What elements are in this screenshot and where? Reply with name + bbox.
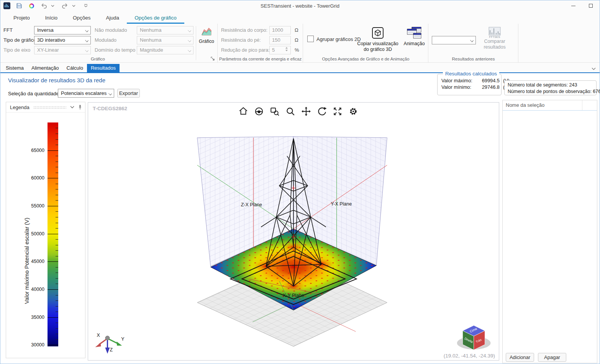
group-label-avancadas: Opções Avançadas de Gráfico e de Animaçã… bbox=[303, 57, 428, 61]
pan-button[interactable] bbox=[300, 106, 312, 117]
results-page: Visualizador de resultados 3D da rede Se… bbox=[0, 73, 600, 364]
nao-modulado-label: Não modulado bbox=[95, 26, 127, 34]
redo-icon[interactable] bbox=[61, 2, 69, 10]
ribbon-tab-ajuda[interactable]: Ajuda bbox=[98, 13, 127, 24]
checkbox-icon bbox=[307, 36, 314, 42]
legend-minor-tick bbox=[56, 167, 58, 167]
total-segments: Número total de segmentos: 243 bbox=[508, 82, 593, 88]
total-observation-points: Número total de pontos de observação: 67… bbox=[508, 88, 593, 95]
tabs-overflow-chevron-icon[interactable] bbox=[592, 67, 596, 70]
ribbon-group-avancadas: Agrupar gráficos 2D Copiar visualização … bbox=[303, 24, 428, 62]
rotate-button[interactable] bbox=[316, 106, 328, 117]
tab-calculo[interactable]: Cálculo bbox=[63, 64, 87, 72]
export-button[interactable]: Exportar bbox=[117, 89, 140, 98]
max-value: 69994.5 bbox=[478, 77, 500, 84]
model-watermark: T-CDEGS2862 bbox=[93, 106, 127, 111]
legend-minor-tick bbox=[56, 267, 58, 268]
zoom-window-button[interactable] bbox=[269, 106, 280, 117]
min-label: Valor mínimo: bbox=[441, 84, 478, 90]
quantity-select[interactable]: Potenciais escalares bbox=[58, 89, 114, 98]
tipo-grafico-label: Tipo de gráfico bbox=[3, 36, 36, 44]
app-logo-icon[interactable] bbox=[3, 2, 11, 10]
calculated-results-title: Resultados calculados bbox=[443, 71, 499, 77]
viewer-toolbar bbox=[238, 106, 359, 117]
undo-icon[interactable] bbox=[39, 2, 48, 10]
resultados-anteriores-select[interactable] bbox=[432, 36, 476, 44]
settings-button[interactable] bbox=[348, 106, 359, 117]
legend-minor-tick bbox=[56, 273, 58, 273]
triad-y-label: Y bbox=[121, 336, 125, 342]
ribbon-tab-opcoes-de-grafico[interactable]: Opções de gráfico bbox=[127, 13, 184, 24]
fft-select[interactable]: Inversa bbox=[34, 26, 91, 34]
adicionar-button[interactable]: Adicionar bbox=[506, 353, 534, 362]
legend-colorbar: 3000035000400004500050000550006000065000 bbox=[48, 122, 58, 346]
legend-minor-tick bbox=[56, 195, 58, 195]
color-wheel-icon[interactable] bbox=[27, 2, 36, 10]
collapse-ribbon-icon[interactable] bbox=[82, 2, 90, 10]
resistencia-pe-unit: Ω bbox=[295, 36, 298, 44]
plane-label-zx: Z-X Plane bbox=[241, 202, 262, 207]
modulado-label: Modulado bbox=[95, 36, 116, 44]
resistencia-corpo-unit: Ω bbox=[295, 26, 298, 34]
legend-pin-icon[interactable] bbox=[78, 105, 82, 110]
ribbon-group-anteriores: FFTSES Comparar resultados Resultados an… bbox=[429, 24, 518, 62]
legend-minor-tick bbox=[56, 340, 58, 340]
legend-major-tick bbox=[48, 289, 58, 290]
legend-major-tick bbox=[48, 261, 58, 262]
fftses-caption: FFTSES bbox=[489, 35, 500, 38]
apagar-button[interactable]: Apagar bbox=[538, 353, 566, 362]
legend-tick-label: 65000 bbox=[22, 148, 44, 153]
quick-access-toolbar bbox=[0, 2, 90, 10]
quantity-label: Seleção da quantidade: bbox=[8, 89, 61, 98]
agrupar-graficos-checkbox[interactable]: Agrupar gráficos 2D bbox=[307, 35, 361, 44]
tab-resultados[interactable]: Resultados bbox=[87, 64, 120, 72]
undo-dropdown-icon[interactable] bbox=[48, 2, 57, 10]
ribbon-tab-bar: Projeto Início Opções Ajuda Opções de gr… bbox=[0, 11, 600, 24]
ribbon-tab-projeto[interactable]: Projeto bbox=[6, 13, 38, 24]
save-icon[interactable] bbox=[15, 2, 23, 10]
maximize-button[interactable] bbox=[582, 0, 600, 11]
resistencia-pe-input: 150 bbox=[269, 36, 291, 44]
tab-sistema[interactable]: Sistema bbox=[2, 64, 28, 72]
fftses-icon: FFTSES bbox=[488, 27, 502, 38]
legend-major-tick bbox=[48, 317, 58, 318]
copiar-visualizacao-label: Copiar visualização do gráfico 3D bbox=[355, 41, 401, 52]
legend-collapse-chevron-icon[interactable] bbox=[70, 106, 74, 109]
selection-extra-column-header bbox=[582, 100, 597, 110]
legend-tick-label: 55000 bbox=[22, 203, 44, 209]
legend-minor-tick bbox=[56, 223, 58, 223]
chevron-down-icon bbox=[470, 39, 474, 42]
view-eye-button[interactable] bbox=[253, 106, 265, 117]
ribbon-tab-opcoes[interactable]: Opções bbox=[65, 13, 98, 24]
viewer-3d[interactable]: Z-X Plane Y-X Plane bbox=[88, 102, 499, 361]
min-value-row: Valor mínimo: 29746.8 (V) bbox=[438, 84, 501, 90]
ribbon-tab-inicio[interactable]: Início bbox=[38, 13, 65, 24]
zoom-in-button[interactable] bbox=[285, 106, 296, 117]
legend-minor-tick bbox=[56, 239, 58, 240]
ribbon: FFT Inversa Tipo de gráfico 3D interativ… bbox=[0, 24, 600, 63]
legend-minor-tick bbox=[56, 256, 58, 256]
copiar-visualizacao-button[interactable]: Copiar visualização do gráfico 3D bbox=[355, 25, 401, 56]
legend-minor-tick bbox=[56, 295, 58, 295]
legend-drag-grip[interactable] bbox=[33, 106, 66, 109]
selection-list[interactable] bbox=[503, 111, 597, 351]
grafico-button[interactable]: Gráfico bbox=[197, 25, 216, 56]
redo-dropdown-icon[interactable] bbox=[69, 2, 78, 10]
chevron-down-icon bbox=[85, 39, 89, 42]
navigation-cube[interactable]: Cima Direita Trás bbox=[457, 325, 491, 350]
animacao-button[interactable]: Animação bbox=[401, 25, 428, 56]
tipo-grafico-select[interactable]: 3D interativo bbox=[34, 36, 91, 44]
legend-minor-tick bbox=[56, 173, 58, 173]
home-button[interactable] bbox=[238, 106, 249, 117]
chevron-down-icon bbox=[108, 92, 112, 95]
minimize-button[interactable] bbox=[564, 0, 582, 11]
ribbon-group-grafico: FFT Inversa Tipo de gráfico 3D interativ… bbox=[0, 24, 218, 62]
chevron-down-icon bbox=[188, 39, 191, 42]
tab-alimentacao[interactable]: Alimentação bbox=[28, 64, 63, 72]
group-label-anteriores: Resultados anteriores bbox=[429, 57, 518, 61]
legend-tick-label: 30000 bbox=[22, 342, 44, 348]
fit-view-button[interactable] bbox=[332, 106, 343, 117]
dialog-launcher-icon[interactable] bbox=[210, 56, 215, 61]
grafico-button-label: Gráfico bbox=[199, 39, 214, 44]
reducao-pico-unit: % bbox=[295, 46, 299, 54]
